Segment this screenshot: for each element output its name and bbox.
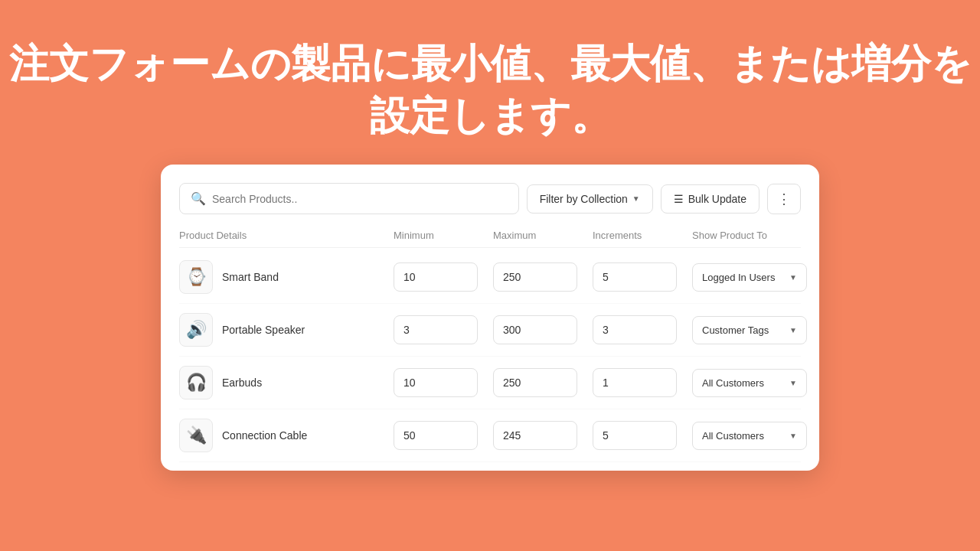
main-card: 🔍 Filter by Collection ▼ ☰ Bulk Update ⋮… (161, 165, 819, 471)
col-show-to: Show Product To (692, 230, 801, 241)
min-cell-earbuds[interactable] (394, 368, 493, 397)
min-input-portable-speaker[interactable] (394, 315, 478, 344)
table-body: ⌚ Smart Band Logged In Users ▼ 🔊 Po (179, 251, 801, 462)
increment-input-smart-band[interactable] (593, 262, 677, 292)
col-product: Product Details (179, 230, 394, 241)
show-to-chevron-icon: ▼ (789, 432, 797, 440)
max-cell-connection-cable[interactable] (493, 421, 593, 450)
max-input-earbuds[interactable] (493, 368, 577, 397)
show-to-select-earbuds[interactable]: All Customers ▼ (692, 369, 807, 397)
search-input[interactable] (212, 193, 508, 205)
product-cell-portable-speaker: 🔊 Portable Speaker (179, 313, 394, 347)
toolbar: 🔍 Filter by Collection ▼ ☰ Bulk Update ⋮ (179, 183, 801, 214)
col-increments: Increments (593, 230, 692, 241)
max-cell-portable-speaker[interactable] (493, 315, 593, 344)
min-cell-smart-band[interactable] (394, 262, 493, 292)
show-to-cell-portable-speaker[interactable]: Customer Tags ▼ (692, 316, 807, 344)
table-row: 🔌 Connection Cable All Customers ▼ (179, 409, 801, 462)
product-name-earbuds: Earbuds (222, 377, 262, 389)
show-to-cell-smart-band[interactable]: Logged In Users ▼ (692, 263, 807, 292)
product-name-connection-cable: Connection Cable (222, 429, 307, 442)
increment-cell-connection-cable[interactable] (593, 421, 692, 450)
show-to-cell-earbuds[interactable]: All Customers ▼ (692, 369, 807, 397)
increment-cell-portable-speaker[interactable] (593, 315, 692, 344)
min-input-earbuds[interactable] (394, 368, 478, 397)
product-name-portable-speaker: Portable Speaker (222, 324, 305, 336)
increment-cell-earbuds[interactable] (593, 368, 692, 397)
max-input-portable-speaker[interactable] (493, 315, 577, 344)
product-image-connection-cable: 🔌 (179, 419, 213, 452)
search-box[interactable]: 🔍 (179, 183, 519, 214)
show-to-value-smart-band: Logged In Users (702, 272, 775, 283)
product-cell-connection-cable: 🔌 Connection Cable (179, 419, 394, 452)
increment-input-portable-speaker[interactable] (593, 315, 677, 344)
more-options-button[interactable]: ⋮ (767, 184, 801, 214)
min-cell-connection-cable[interactable] (394, 421, 493, 450)
filter-chevron-icon: ▼ (632, 194, 640, 203)
table-row: ⌚ Smart Band Logged In Users ▼ (179, 251, 801, 304)
product-cell-smart-band: ⌚ Smart Band (179, 260, 394, 294)
filter-label: Filter by Collection (540, 193, 628, 205)
show-to-select-portable-speaker[interactable]: Customer Tags ▼ (692, 316, 807, 344)
bulk-update-button[interactable]: ☰ Bulk Update (661, 184, 760, 214)
bulk-icon: ☰ (674, 193, 684, 205)
product-image-earbuds: 🎧 (179, 366, 213, 399)
min-cell-portable-speaker[interactable] (394, 315, 493, 344)
show-to-value-portable-speaker: Customer Tags (702, 324, 769, 336)
show-to-select-smart-band[interactable]: Logged In Users ▼ (692, 263, 807, 292)
table-row: 🔊 Portable Speaker Customer Tags ▼ (179, 304, 801, 357)
product-image-portable-speaker: 🔊 (179, 313, 213, 347)
max-input-connection-cable[interactable] (493, 421, 577, 450)
max-cell-smart-band[interactable] (493, 262, 593, 292)
product-name-smart-band: Smart Band (222, 271, 279, 283)
filter-button[interactable]: Filter by Collection ▼ (527, 184, 653, 214)
table-header: Product Details Minimum Maximum Incremen… (179, 230, 801, 248)
hero-text: 注文フォームの製品に最小値、最大値、または増分を設定します。 (0, 0, 980, 165)
show-to-select-connection-cable[interactable]: All Customers ▼ (692, 422, 807, 450)
col-maximum: Maximum (493, 230, 593, 241)
min-input-smart-band[interactable] (394, 262, 478, 292)
show-to-value-earbuds: All Customers (702, 377, 764, 389)
show-to-chevron-icon: ▼ (789, 379, 797, 387)
more-icon: ⋮ (777, 191, 791, 207)
increment-input-connection-cable[interactable] (593, 421, 677, 450)
bulk-label: Bulk Update (688, 193, 746, 205)
increment-input-earbuds[interactable] (593, 368, 677, 397)
max-cell-earbuds[interactable] (493, 368, 593, 397)
product-image-smart-band: ⌚ (179, 260, 213, 294)
show-to-cell-connection-cable[interactable]: All Customers ▼ (692, 422, 807, 450)
hero-section: 注文フォームの製品に最小値、最大値、または増分を設定します。 (0, 0, 980, 165)
search-icon: 🔍 (191, 191, 206, 206)
product-cell-earbuds: 🎧 Earbuds (179, 366, 394, 399)
col-minimum: Minimum (394, 230, 493, 241)
max-input-smart-band[interactable] (493, 262, 577, 292)
show-to-value-connection-cable: All Customers (702, 430, 764, 442)
min-input-connection-cable[interactable] (394, 421, 478, 450)
show-to-chevron-icon: ▼ (789, 273, 797, 282)
increment-cell-smart-band[interactable] (593, 262, 692, 292)
show-to-chevron-icon: ▼ (789, 326, 797, 334)
table-row: 🎧 Earbuds All Customers ▼ (179, 357, 801, 409)
